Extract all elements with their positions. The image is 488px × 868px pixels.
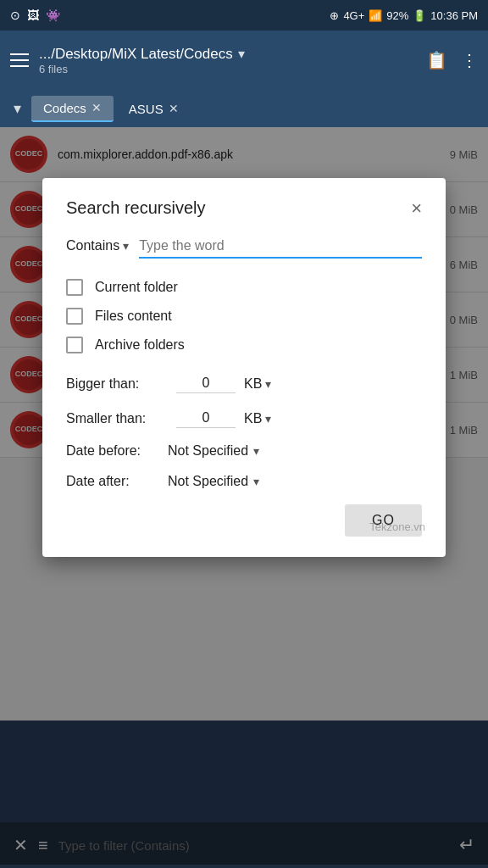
date-after-label: Date after: [66, 474, 159, 489]
search-input-wrap [139, 238, 422, 259]
time-label: 10:36 PM [430, 9, 478, 22]
tab-scroll-left[interactable]: ▾ [7, 96, 28, 121]
search-input[interactable] [139, 238, 422, 253]
checkbox-archive-folders[interactable]: Archive folders [66, 337, 422, 353]
tab-codecs-close[interactable]: ✕ [92, 101, 102, 114]
status-left-icons: ⊙ 🖼 👾 [10, 8, 60, 22]
date-before-dropdown[interactable]: Not Specified ▾ [168, 443, 259, 459]
smaller-than-unit-label: KB [244, 411, 262, 426]
current-path: .../Desktop/MiX Latest/Codecs [39, 46, 233, 63]
dialog-header: Search recursively × [66, 198, 422, 218]
smaller-than-unit-arrow: ▾ [265, 412, 271, 426]
dialog-close-button[interactable]: × [411, 199, 422, 218]
checkbox-current-folder-label: Current folder [95, 280, 178, 295]
date-after-arrow: ▾ [253, 475, 259, 488]
path-dropdown-arrow[interactable]: ▾ [238, 46, 245, 62]
contains-label: Contains [66, 238, 119, 253]
status-bar: ⊙ 🖼 👾 ⊕ 4G+ 📶 92% 🔋 10:36 PM [0, 0, 488, 31]
bigger-than-row: Bigger than: KB ▾ [66, 374, 422, 393]
checkbox-files-content[interactable]: Files content [66, 308, 422, 325]
clipboard-icon[interactable]: 📋 [426, 50, 447, 70]
checkbox-archive-folders-box[interactable] [66, 337, 83, 353]
bigger-than-unit-dropdown[interactable]: KB ▾ [244, 376, 271, 392]
hamburger-menu[interactable] [10, 53, 29, 67]
smaller-than-input[interactable] [176, 409, 236, 428]
app-icon-3: 👾 [46, 8, 60, 22]
tab-asus-label: ASUS [129, 102, 164, 116]
tab-codecs[interactable]: Codecs ✕ [31, 96, 114, 122]
checkbox-archive-folders-label: Archive folders [95, 337, 185, 353]
date-after-row: Date after: Not Specified ▾ [66, 474, 422, 489]
bigger-than-label: Bigger than: [66, 376, 168, 392]
date-before-label: Date before: [66, 443, 159, 459]
checkbox-files-content-box[interactable] [66, 308, 83, 325]
bigger-than-input[interactable] [176, 374, 236, 393]
more-options-icon[interactable]: ⋮ [461, 50, 478, 70]
date-after-dropdown[interactable]: Not Specified ▾ [168, 474, 259, 489]
checkbox-current-folder[interactable]: Current folder [66, 279, 422, 296]
status-right-icons: ⊕ 4G+ 📶 92% 🔋 10:36 PM [330, 9, 478, 22]
dialog-title: Search recursively [66, 198, 206, 218]
search-row: Contains ▾ [66, 238, 422, 259]
watermark: Tekzone.vn [369, 520, 425, 533]
bigger-than-unit-label: KB [244, 376, 262, 392]
checkbox-current-folder-box[interactable] [66, 279, 83, 296]
top-action-icons: 📋 ⋮ [426, 50, 478, 70]
contains-dropdown[interactable]: Contains ▾ [66, 238, 129, 259]
go-button-row: GO [66, 504, 422, 537]
bigger-than-unit-arrow: ▾ [265, 377, 271, 391]
date-after-value: Not Specified [168, 474, 248, 489]
date-before-row: Date before: Not Specified ▾ [66, 443, 422, 459]
tab-asus-close[interactable]: ✕ [169, 102, 179, 115]
contains-arrow-icon: ▾ [123, 239, 129, 253]
network-label: 4G+ [343, 9, 364, 22]
path-row: .../Desktop/MiX Latest/Codecs ▾ [39, 46, 416, 63]
tabs-bar: ▾ Codecs ✕ ASUS ✕ [0, 90, 488, 127]
tab-asus[interactable]: ASUS ✕ [117, 97, 191, 121]
path-area: .../Desktop/MiX Latest/Codecs ▾ 6 files [39, 46, 416, 75]
files-count: 6 files [39, 63, 416, 75]
smaller-than-label: Smaller than: [66, 411, 168, 426]
search-dialog: Search recursively × Contains ▾ Current … [42, 178, 446, 557]
date-before-arrow: ▾ [253, 444, 259, 458]
tab-codecs-label: Codecs [43, 101, 86, 115]
checkbox-group: Current folder Files content Archive fol… [66, 279, 422, 353]
smaller-than-row: Smaller than: KB ▾ [66, 409, 422, 428]
top-bar: .../Desktop/MiX Latest/Codecs ▾ 6 files … [0, 31, 488, 90]
smaller-than-unit-dropdown[interactable]: KB ▾ [244, 411, 271, 426]
app-icon-1: ⊙ [10, 8, 20, 22]
signal-icon: 📶 [369, 9, 382, 22]
battery-icon: 🔋 [413, 9, 426, 22]
location-icon: ⊕ [330, 9, 339, 22]
date-before-value: Not Specified [168, 443, 248, 459]
battery-label: 92% [386, 9, 408, 22]
checkbox-files-content-label: Files content [95, 309, 172, 324]
app-icon-2: 🖼 [27, 8, 39, 22]
